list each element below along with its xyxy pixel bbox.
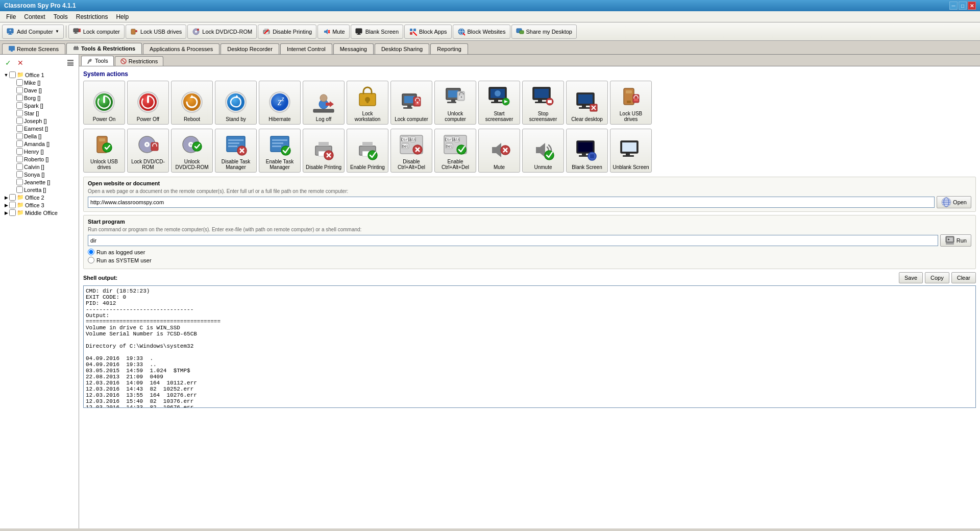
sidebar-close-button[interactable]: ✕ xyxy=(15,58,26,68)
menu-restrictions[interactable]: Restrictions xyxy=(72,12,112,21)
start-screensaver-btn[interactable]: Start screensaver xyxy=(478,81,520,125)
save-button[interactable]: Save xyxy=(899,272,923,283)
clear-desktop-btn[interactable]: Clear desktop xyxy=(566,81,608,125)
standby-btn[interactable]: Stand by xyxy=(215,81,257,125)
lock-computer-button[interactable]: Lock computer xyxy=(68,25,125,39)
sidebar-item-loretta[interactable]: Loretta [] xyxy=(2,186,77,194)
mute-button[interactable]: Mute xyxy=(317,25,349,39)
lock-usb-button[interactable]: Lock USB drives xyxy=(126,25,186,39)
run-btn-label: Run xyxy=(957,237,967,244)
menu-tools[interactable]: Tools xyxy=(50,12,72,21)
mute-btn2[interactable]: Mute xyxy=(478,129,520,173)
lock-workstation-btn[interactable]: Lock workstation xyxy=(347,81,388,125)
group-middle-office[interactable]: ▶ 📁 Middle Office xyxy=(2,209,77,216)
lock-dvd-button[interactable]: Lock DVD/CD-ROM xyxy=(187,25,257,39)
share-desktop-button[interactable]: Share my Desktop xyxy=(511,25,577,39)
copy-button[interactable]: Copy xyxy=(925,272,949,283)
enable-print-btn[interactable]: Enable Printing xyxy=(347,129,388,173)
office3-label: Office 3 xyxy=(25,202,44,208)
menu-context[interactable]: Context xyxy=(20,12,49,21)
tab-reporting[interactable]: Reporting xyxy=(430,43,468,54)
office1-checkbox[interactable] xyxy=(9,71,16,78)
group-office3[interactable]: ▶ 📁 Office 3 xyxy=(2,201,77,209)
unlock-computer-btn[interactable]: Unlock computer xyxy=(434,81,476,125)
tab-desktop-recorder[interactable]: Desktop Recorder xyxy=(220,43,279,54)
blank-screen-btn2[interactable]: Blank Screen xyxy=(566,129,608,173)
unlock-usb-btn[interactable]: Unlock USB drives xyxy=(83,129,125,173)
run-as-system-label: Run as SYSTEM user xyxy=(96,257,152,263)
tab-desktop-sharing[interactable]: Desktop Sharing xyxy=(375,43,429,54)
lock-dvd-btn2[interactable]: Lock DVD/CD-ROM xyxy=(127,129,169,173)
stop-screensaver-btn[interactable]: Stop screensaver xyxy=(522,81,564,125)
tab-tools[interactable]: Tools xyxy=(81,56,114,66)
sidebar-check-button[interactable]: ✓ xyxy=(3,58,13,68)
sidebar-config-button[interactable] xyxy=(65,58,76,68)
sidebar-item-borg[interactable]: Borg [] xyxy=(2,94,77,102)
run-as-logged-user[interactable]: Run as logged user xyxy=(88,249,971,255)
power-on-btn[interactable]: Power On xyxy=(83,81,125,125)
disable-printing-button[interactable]: Disable Printing xyxy=(258,25,316,39)
unmute-btn[interactable]: Unmute xyxy=(522,129,564,173)
sidebar-item-jeanette[interactable]: Jeanette [] xyxy=(2,178,77,186)
disable-cad-btn[interactable]: Ctrl Alt Del Disable Ctrl+Alt+Del xyxy=(390,129,432,173)
menu-file[interactable]: File xyxy=(2,12,20,21)
sidebar-item-dave[interactable]: Dave [] xyxy=(2,86,77,94)
enable-print-label: Enable Printing xyxy=(350,164,385,170)
sidebar-item-star[interactable]: Star [] xyxy=(2,109,77,117)
tab-internet-control[interactable]: Internet Control xyxy=(280,43,332,54)
office1-expander[interactable]: ▼ xyxy=(3,72,9,78)
enable-task-btn[interactable]: Enable Task Manager xyxy=(259,129,301,173)
block-websites-button[interactable]: Block Websites xyxy=(453,25,510,39)
sidebar-item-della[interactable]: Della [] xyxy=(2,132,77,140)
sidebar-item-henry[interactable]: Henry [] xyxy=(2,148,77,155)
sidebar-item-spark[interactable]: Spark [] xyxy=(2,102,77,109)
sidebar-item-mike[interactable]: Mike [] xyxy=(2,79,77,86)
sidebar-item-earnest[interactable]: Earnest [] xyxy=(2,125,77,132)
minimize-button[interactable]: ─ xyxy=(949,2,958,10)
add-computer-arrow[interactable]: ▼ xyxy=(55,29,59,34)
sidebar-item-roberto[interactable]: Roberto [] xyxy=(2,155,77,163)
power-off-btn[interactable]: Power Off xyxy=(127,81,169,125)
logoff-btn[interactable]: Log off xyxy=(303,81,345,125)
run-button[interactable]: Run xyxy=(940,234,971,247)
disable-task-btn[interactable]: Disable Task Manager xyxy=(215,129,257,173)
unblank-screen-btn[interactable]: Unblank Screen xyxy=(610,129,652,173)
clear-button[interactable]: Clear xyxy=(951,272,976,283)
block-apps-button[interactable]: Block Apps xyxy=(404,25,451,39)
maximize-button[interactable]: □ xyxy=(959,2,967,10)
tab-restrictions[interactable]: Restrictions xyxy=(115,56,163,66)
lock-computer-btn2[interactable]: Lock computer xyxy=(390,81,432,125)
close-button[interactable]: ✕ xyxy=(968,2,976,10)
group-office1[interactable]: ▼ 📁 Office 1 xyxy=(2,71,77,79)
svg-marker-160 xyxy=(492,143,501,157)
sidebar-item-amanda[interactable]: Amanda [] xyxy=(2,140,77,148)
sidebar-item-joseph[interactable]: Joseph [] xyxy=(2,117,77,125)
command-input[interactable] xyxy=(88,235,938,246)
sidebar-item-calvin[interactable]: Calvin [] xyxy=(2,163,77,171)
disable-print-btn[interactable]: Disable Printing xyxy=(303,129,345,173)
lock-usb-btn2[interactable]: Lock USB drives xyxy=(610,81,652,125)
tab-messaging[interactable]: Messaging xyxy=(333,43,374,54)
hibernate-btn[interactable]: z z Hibernate xyxy=(259,81,301,125)
enable-cad-btn[interactable]: Ctrl Alt Del Enable Ctrl+Alt+Del xyxy=(434,129,476,173)
shell-output-text[interactable] xyxy=(83,285,976,408)
tab-tools-restrictions[interactable]: Tools & Restrictions xyxy=(66,43,142,54)
url-input[interactable] xyxy=(88,197,935,208)
reboot-btn[interactable]: Reboot xyxy=(171,81,213,125)
menu-help[interactable]: Help xyxy=(112,12,133,21)
open-button[interactable]: Open xyxy=(937,196,971,208)
office2-expander[interactable]: ▶ xyxy=(3,195,9,201)
tab-applications[interactable]: Applications & Processes xyxy=(143,43,219,54)
unlock-dvd-btn[interactable]: Unlock DVD/CD-ROM xyxy=(171,129,213,173)
office2-checkbox[interactable] xyxy=(9,194,16,201)
tab-remote-screens[interactable]: Remote Screens xyxy=(2,43,65,54)
middle-office-expander[interactable]: ▶ xyxy=(3,210,9,216)
blank-screen-button[interactable]: Blank Screen xyxy=(351,25,403,39)
office3-checkbox[interactable] xyxy=(9,202,16,208)
middle-office-checkbox[interactable] xyxy=(9,209,16,216)
group-office2[interactable]: ▶ 📁 Office 2 xyxy=(2,194,77,201)
add-computer-button[interactable]: + Add Computer ▼ xyxy=(2,25,64,39)
run-as-system-user[interactable]: Run as SYSTEM user xyxy=(88,257,971,263)
sidebar-item-sonya[interactable]: Sonya [] xyxy=(2,171,77,178)
office3-expander[interactable]: ▶ xyxy=(3,202,9,208)
